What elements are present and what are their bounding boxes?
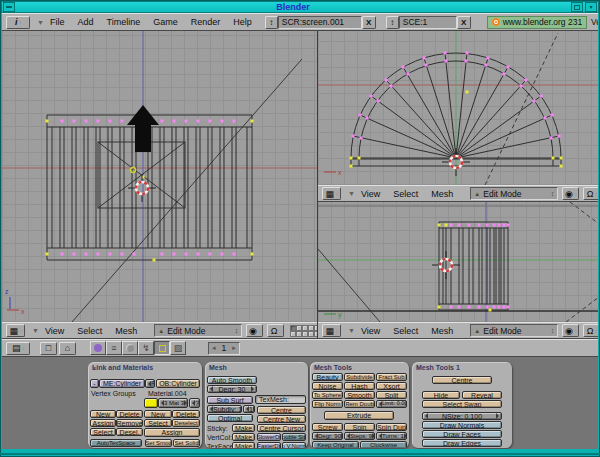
material-delete-button[interactable]: Delete: [172, 410, 200, 418]
turns-stepper[interactable]: Turns: 1: [376, 432, 407, 440]
frame-stepper[interactable]: ◂ 1 ▸: [208, 342, 240, 355]
mode-dropdown[interactable]: ▲ Edit Mode ↕: [470, 324, 558, 337]
window-type-button[interactable]: i :: [6, 16, 30, 29]
object-name-field[interactable]: OB:Cylinder: [156, 379, 200, 388]
beauty-toggle[interactable]: Beauty: [312, 373, 343, 381]
scene-browse-button[interactable]: ↕: [386, 16, 399, 29]
scene-context-button[interactable]: ▨: [170, 341, 186, 355]
flip-normals-button[interactable]: Flip Norm: [312, 400, 343, 408]
xsort-button[interactable]: Xsort: [376, 382, 407, 390]
menu-mesh[interactable]: Mesh: [431, 189, 453, 199]
menu-view[interactable]: View: [45, 326, 64, 336]
screen-name-field[interactable]: SCR:screen.001: [278, 16, 362, 29]
select-swap-button[interactable]: Select Swap: [422, 400, 502, 408]
screen-browse-button[interactable]: ↕: [265, 16, 278, 29]
vgroup-remove-button[interactable]: Remove: [116, 419, 143, 427]
panel-collapse-icon[interactable]: ▼: [209, 365, 214, 371]
centre-button[interactable]: Centre: [432, 376, 492, 384]
texmesh-field[interactable]: TexMesh:: [255, 395, 306, 404]
fake-user-button[interactable]: F: [145, 379, 155, 388]
texface-make-button[interactable]: Make: [232, 442, 255, 448]
viewport-top[interactable]: x: [318, 31, 598, 185]
noise-button[interactable]: Noise: [312, 382, 343, 390]
window-type-button[interactable]: ▤ :: [6, 342, 30, 355]
titlebar[interactable]: Blender ▾: [1, 1, 599, 13]
menu-collapse-icon[interactable]: ▼: [348, 190, 355, 197]
faster-draw-button[interactable]: FasterDr: [257, 442, 281, 448]
draw-type-button[interactable]: ◉:: [562, 324, 579, 337]
pivot-button[interactable]: Ω:: [267, 324, 284, 337]
sticky-make-button[interactable]: Make: [232, 424, 255, 432]
spin-dup-button[interactable]: Spin Dup: [376, 423, 407, 431]
scene-delete-button[interactable]: X: [457, 16, 471, 29]
viewport-type-button[interactable]: ▦ :: [322, 187, 341, 200]
menu-add[interactable]: Add: [77, 17, 93, 27]
hide-button[interactable]: Hide: [422, 391, 460, 399]
draw-type-button[interactable]: ◉:: [562, 187, 579, 200]
menu-select[interactable]: Select: [393, 189, 418, 199]
viewport-side[interactable]: y: [318, 202, 598, 322]
material-select-button[interactable]: Select: [144, 419, 172, 427]
split-button[interactable]: Split: [376, 391, 407, 399]
menu-collapse-icon[interactable]: ▼: [32, 327, 39, 334]
smooth-button[interactable]: Smooth: [344, 391, 375, 399]
view-button[interactable]: □: [40, 342, 57, 355]
centre-new-button[interactable]: Centre New: [257, 415, 306, 423]
menu-view[interactable]: View: [361, 189, 380, 199]
material-count-stepper[interactable]: 3 Mat 3: [158, 398, 188, 408]
keep-original-toggle[interactable]: Keep Original: [312, 441, 359, 448]
draw-normals-toggle[interactable]: Draw Normals: [422, 421, 502, 429]
slower-draw-button[interactable]: SlowerDr: [257, 433, 281, 441]
mode-dropdown[interactable]: ▲ Edit Mode ↕: [154, 324, 242, 337]
material-deselect-button[interactable]: Deselect: [172, 419, 200, 427]
viewport-type-button[interactable]: ▦ :: [322, 324, 341, 337]
degr90-stepper[interactable]: Degr: 90: [312, 432, 343, 440]
vgroup-new-button[interactable]: New: [90, 410, 116, 418]
menu-file[interactable]: File: [50, 17, 65, 27]
vgroup-assign-button[interactable]: Assign: [90, 419, 116, 427]
double-sided-toggle[interactable]: Double Side: [282, 433, 306, 441]
window-menu-button[interactable]: [3, 2, 15, 12]
subsurf-toggle[interactable]: Sub Surf: [207, 396, 253, 404]
menu-select[interactable]: Select: [393, 326, 418, 336]
maximize-button[interactable]: [571, 2, 583, 12]
script-context-button[interactable]: ≡: [106, 341, 122, 355]
optimal-toggle[interactable]: Optimal: [207, 414, 253, 422]
panel-collapse-icon[interactable]: ▼: [92, 365, 97, 371]
autotexspace-toggle[interactable]: AutoTexSpace: [90, 439, 142, 447]
menu-view[interactable]: View: [361, 326, 380, 336]
vertcol-make-button[interactable]: Make: [232, 433, 255, 441]
shading-context-button[interactable]: [122, 341, 138, 355]
frame-prev-icon[interactable]: ◂: [212, 344, 216, 352]
viewport-type-button[interactable]: ▦ :: [6, 324, 25, 337]
material-color-swatch[interactable]: [144, 398, 158, 408]
clockwise-toggle[interactable]: Clockwise: [360, 441, 407, 448]
subdivide-button[interactable]: Subdivide: [344, 373, 375, 381]
menu-collapse-icon[interactable]: ▼: [37, 19, 44, 26]
mode-dropdown[interactable]: ▲ Edit Mode ↕: [470, 187, 558, 200]
auto-smooth-toggle[interactable]: Auto Smooth: [207, 376, 257, 384]
limit-stepper[interactable]: Limit: 0.001: [376, 400, 407, 408]
vgroup-delete-button[interactable]: Delete: [116, 410, 143, 418]
menu-select[interactable]: Select: [77, 326, 102, 336]
menu-help[interactable]: Help: [233, 17, 252, 27]
mesh-browse-button[interactable]: -: [90, 379, 99, 388]
menu-mesh[interactable]: Mesh: [115, 326, 137, 336]
draw-edges-toggle[interactable]: Draw Edges: [422, 439, 502, 447]
draw-type-button[interactable]: ◉:: [246, 324, 263, 337]
object-context-button[interactable]: ↯: [138, 341, 154, 355]
centre-button[interactable]: Centre: [257, 406, 306, 414]
material-help-button[interactable]: ?: [189, 398, 200, 408]
menu-game[interactable]: Game: [153, 17, 178, 27]
home-button[interactable]: ⌂: [59, 342, 76, 355]
reveal-button[interactable]: Reveal: [462, 391, 502, 399]
mesh-name-field[interactable]: ME:Cylinder: [99, 379, 145, 388]
panel-collapse-icon[interactable]: ▼: [416, 365, 421, 371]
steps-stepper[interactable]: Steps: 9: [344, 432, 375, 440]
panel-collapse-icon[interactable]: ▼: [314, 365, 319, 371]
set-solid-button[interactable]: Set Solid: [173, 439, 200, 447]
layer-cell[interactable]: [314, 331, 317, 337]
screen-delete-button[interactable]: X: [362, 16, 376, 29]
no-vnormal-flip-toggle[interactable]: No V.Normal: [282, 442, 306, 448]
hash-button[interactable]: Hash: [344, 382, 375, 390]
